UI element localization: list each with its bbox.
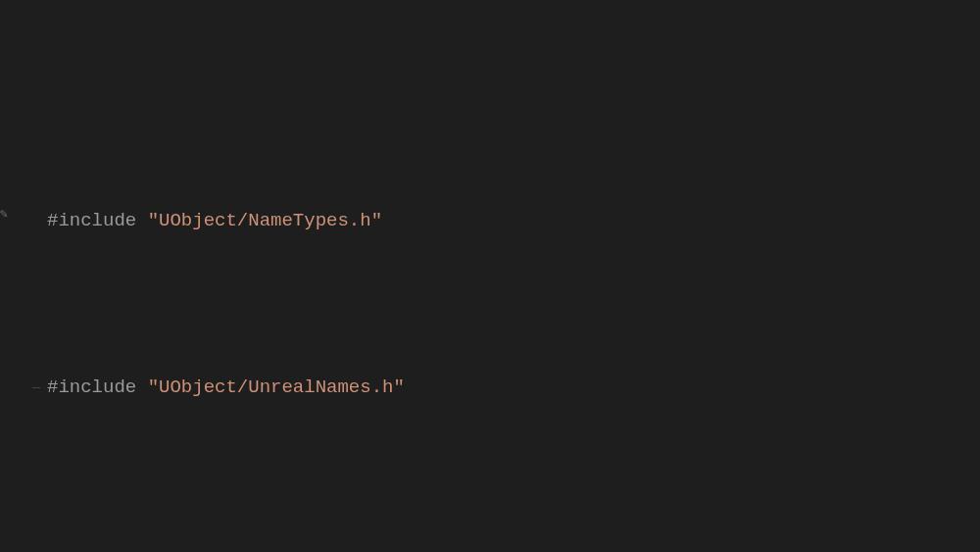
code-editor[interactable]: ✎ #include "UObject/NameTypes.h" #includ… xyxy=(0,0,980,552)
code-line[interactable]: #include "UObject/NameTypes.h" xyxy=(0,204,980,237)
code-text: #include "UObject/NameTypes.h" xyxy=(29,204,382,237)
code-line[interactable]: #include "UObject/UnrealNames.h" xyxy=(0,371,980,404)
code-line[interactable] xyxy=(0,537,980,552)
code-text: #include "UObject/UnrealNames.h" xyxy=(29,371,405,404)
